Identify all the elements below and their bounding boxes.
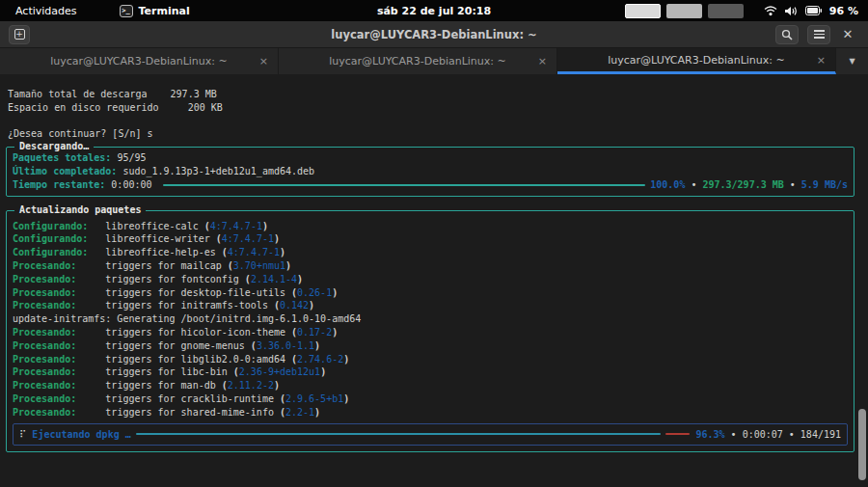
terminal-line: Procesando: triggers for libglib2.0-0:am… — [13, 353, 848, 366]
dpkg-progress-remaining — [665, 433, 690, 435]
terminal-line: Procesando: triggers for fontconfig (2.1… — [13, 273, 848, 286]
terminal-line: Procesando: triggers for cracklib-runtim… — [13, 392, 848, 406]
terminal-line: Procesando: triggers for initramfs-tools… — [13, 299, 848, 312]
tab-label: luycar@LUYCAR3-DebianLinux: ~ — [329, 55, 505, 68]
terminal-line: Espacio en disco requerido 200 KB — [8, 101, 860, 115]
terminal-plain-output: Tamaño total de descarga 297.3 MBEspacio… — [8, 88, 860, 141]
terminal-tab[interactable]: luycar@LUYCAR3-DebianLinux: ~ × — [557, 48, 836, 74]
window-close-button[interactable]: ✕ — [839, 27, 856, 41]
terminal-line: Procesando: triggers for hicolor-icon-th… — [13, 326, 848, 339]
workspace-indicators[interactable] — [625, 4, 744, 18]
wifi-icon — [764, 6, 777, 16]
menu-button[interactable] — [807, 25, 830, 44]
terminal-tab[interactable]: luycar@LUYCAR3-DebianLinux: ~ × — [279, 48, 557, 74]
terminal-line: Procesando: triggers for desktop-file-ut… — [13, 286, 848, 300]
terminal-line: Paquetes totales: 95/95 — [13, 151, 848, 165]
terminal-line: Tamaño total de descarga 297.3 MB — [8, 88, 860, 101]
dpkg-status-box: ⠏ Ejecutando dpkg … 96.3% • 0:00:07 • 18… — [13, 423, 848, 446]
terminal-line: Configurando: libreoffice-writer (4:7.4.… — [13, 232, 848, 246]
tab-close-icon[interactable]: × — [817, 54, 826, 67]
terminal-line: Procesando: triggers for man-db (2.11.2-… — [13, 379, 848, 392]
spinner-icon: ⠏ — [19, 428, 26, 442]
terminal-line: Procesando: triggers for gnome-menus (3.… — [13, 339, 848, 353]
tab-list-dropdown-button[interactable]: ▼ — [836, 48, 868, 74]
download-box-title: Descargando… — [14, 140, 94, 153]
tab-label: luycar@LUYCAR3-DebianLinux: ~ — [608, 54, 784, 67]
battery-percent-label: 96 % — [829, 5, 858, 17]
download-progress-row: Tiempo restante: 0:00:00 100.0% • 297.3/… — [13, 178, 848, 192]
system-status-area[interactable]: 96 % — [764, 5, 858, 17]
scrollbar-thumb[interactable] — [858, 409, 866, 480]
terminal-line: Configurando: libreoffice-help-es (4:7.4… — [13, 246, 848, 259]
dpkg-progress-bar — [136, 433, 662, 435]
update-box-title: Actualizando paquetes — [14, 203, 146, 217]
hamburger-icon — [814, 30, 825, 39]
volume-icon — [785, 6, 798, 16]
time-remaining-label: Tiempo restante: — [13, 178, 105, 192]
terminal-tab[interactable]: luycar@LUYCAR3-DebianLinux: ~ × — [0, 48, 279, 74]
terminal-line: ¿Desea continuar? [S/n] s — [8, 127, 860, 141]
tab-label: luycar@LUYCAR3-DebianLinux: ~ — [50, 55, 227, 68]
tab-close-icon[interactable]: × — [538, 55, 547, 68]
terminal-output: Tamaño total de descarga 297.3 MBEspacio… — [0, 74, 868, 487]
battery-icon — [805, 6, 822, 15]
gnome-top-bar: Actividades >_ Terminal sáb 22 de jul 20… — [0, 0, 868, 21]
terminal-line: Último completado: sudo_1.9.13p3-1+deb12… — [13, 165, 848, 178]
terminal-line: Procesando: triggers for mailcap (3.70+n… — [13, 259, 848, 273]
dpkg-status-row: ⠏ Ejecutando dpkg … 96.3% • 0:00:07 • 18… — [19, 428, 841, 442]
terminal-line — [8, 115, 860, 128]
workspace-indicator[interactable] — [666, 4, 702, 18]
search-icon — [781, 29, 793, 41]
search-button[interactable] — [775, 25, 799, 44]
workspace-indicator-active[interactable] — [625, 4, 661, 18]
terminal-line: update-initramfs: Generating /boot/initr… — [13, 312, 848, 326]
terminal-line: Configurando: libreoffice-calc (4:7.4.7-… — [13, 220, 848, 233]
window-titlebar: + luycar@LUYCAR3-DebianLinux: ~ ✕ — [0, 21, 868, 48]
download-progress-box: Descargando… Paquetes totales: 95/95Últi… — [6, 147, 854, 196]
dpkg-status-label: Ejecutando dpkg … — [32, 428, 130, 442]
terminal-line: Procesando: triggers for libc-bin (2.36-… — [13, 365, 848, 379]
terminal-line: Procesando: triggers for shared-mime-inf… — [13, 406, 848, 419]
download-progress-bar — [163, 184, 646, 186]
tab-close-icon[interactable]: × — [259, 55, 268, 68]
window-title: luycar@LUYCAR3-DebianLinux: ~ — [0, 28, 868, 41]
new-tab-button[interactable]: + — [9, 25, 30, 44]
new-tab-icon: + — [14, 29, 25, 40]
workspace-indicator[interactable] — [708, 4, 744, 18]
tab-bar: luycar@LUYCAR3-DebianLinux: ~ × luycar@L… — [0, 48, 868, 74]
update-packages-box: Actualizando paquetes Configurando: libr… — [6, 210, 854, 453]
